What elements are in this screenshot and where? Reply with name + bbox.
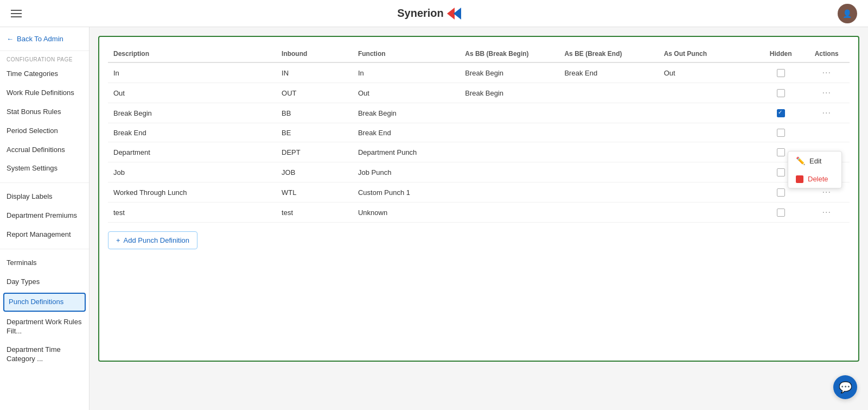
cell-function: Department Punch (353, 142, 459, 162)
cell-description: Worked Through Lunch (108, 182, 276, 203)
cell-actions[interactable]: ··· (803, 62, 850, 83)
table-header-row: Description Inbound Function As BB (Brea… (108, 46, 850, 62)
col-header-asbe: As BE (Break End) (559, 46, 658, 62)
sidebar-item-system-settings[interactable]: System Settings (0, 159, 89, 178)
hamburger-button[interactable] (11, 10, 22, 17)
cell-asbe (559, 182, 658, 203)
hidden-checkbox[interactable] (777, 148, 785, 156)
sidebar-item-day-types[interactable]: Day Types (0, 273, 89, 292)
cell-actions[interactable] (803, 123, 850, 142)
cell-inbound: JOB (276, 162, 353, 182)
cell-inbound: WTL (276, 182, 353, 203)
sidebar-item-department-time-category[interactable]: Department Time Category ... (0, 340, 89, 369)
cell-asbb (459, 203, 559, 223)
cell-asbb (459, 123, 559, 142)
cell-hidden[interactable] (758, 123, 804, 142)
cell-description: test (108, 203, 276, 223)
cell-asout (659, 83, 758, 103)
hidden-checkbox[interactable] (777, 109, 785, 117)
sidebar-item-time-categories[interactable]: Time Categories (0, 65, 89, 84)
cell-inbound: IN (276, 62, 353, 83)
table-row: OutOUTOutBreak Begin··· (108, 83, 850, 103)
top-nav: Synerion 👤 (0, 0, 868, 27)
hidden-checkbox[interactable] (777, 129, 785, 137)
cell-inbound: DEPT (276, 142, 353, 162)
cell-function: Break Begin (353, 103, 459, 123)
cell-asbb (459, 103, 559, 123)
cell-description: In (108, 62, 276, 83)
context-menu-delete[interactable]: Delete (788, 170, 841, 188)
cell-asbe (559, 123, 658, 142)
cell-function: Break End (353, 123, 459, 142)
table-row: testtestUnknown··· (108, 203, 850, 223)
sidebar-item-department-work-rules[interactable]: Department Work Rules Filt... (0, 313, 89, 341)
delete-icon (796, 175, 803, 183)
context-menu: ✏️ Edit Delete (788, 151, 842, 188)
back-label: Back To Admin (17, 35, 63, 43)
sidebar-item-terminals[interactable]: Terminals (0, 254, 89, 273)
cell-function: In (353, 62, 459, 83)
hidden-checkbox[interactable] (777, 168, 785, 176)
three-dots-button[interactable]: ··· (822, 88, 831, 97)
brand-arrow-right (454, 8, 461, 20)
cell-actions[interactable]: ··· (803, 83, 850, 103)
chat-icon: 💬 (839, 381, 852, 394)
cell-function: Unknown (353, 203, 459, 223)
table-row: Break BeginBBBreak Begin··· (108, 103, 850, 123)
brand-logo: Synerion (397, 7, 462, 20)
cell-function: Out (353, 83, 459, 103)
cell-inbound: OUT (276, 83, 353, 103)
cell-description: Out (108, 83, 276, 103)
three-dots-button[interactable]: ··· (822, 68, 831, 77)
three-dots-button[interactable]: ··· (822, 207, 831, 217)
col-header-description: Description (108, 46, 276, 62)
add-button-label: Add Punch Definition (124, 236, 189, 244)
main-content: Description Inbound Function As BB (Brea… (90, 27, 868, 410)
cell-hidden[interactable] (758, 62, 804, 83)
cell-asbb: Break Begin (459, 62, 559, 83)
hidden-checkbox[interactable] (777, 89, 785, 97)
three-dots-button[interactable]: ··· (822, 108, 831, 117)
cell-inbound: BB (276, 103, 353, 123)
col-header-actions: Actions (803, 46, 850, 62)
add-punch-definition-button[interactable]: + Add Punch Definition (108, 231, 197, 249)
user-avatar[interactable]: 👤 (838, 4, 857, 23)
chat-button[interactable]: 💬 (833, 375, 857, 399)
cell-function: Job Punch (353, 162, 459, 182)
context-menu-edit[interactable]: ✏️ Edit (788, 152, 841, 170)
cell-hidden[interactable] (758, 103, 804, 123)
cell-actions[interactable]: ··· (803, 103, 850, 123)
hidden-checkbox[interactable] (777, 69, 785, 77)
back-arrow-icon: ← (7, 35, 14, 43)
sidebar-item-report-management[interactable]: Report Management (0, 225, 89, 244)
cell-asout (659, 203, 758, 223)
back-to-admin-link[interactable]: ← Back To Admin (0, 27, 89, 51)
table-row: DepartmentDEPTDepartment Punch··· (108, 142, 850, 162)
sidebar-item-period-selection[interactable]: Period Selection (0, 122, 89, 141)
col-header-asbb: As BB (Break Begin) (459, 46, 559, 62)
cell-hidden[interactable] (758, 83, 804, 103)
cell-asbe (559, 142, 658, 162)
cell-asbb: Break Begin (459, 83, 559, 103)
cell-actions[interactable]: ··· (803, 203, 850, 223)
sidebar-item-work-rule-definitions[interactable]: Work Rule Definitions (0, 84, 89, 103)
brand-name: Synerion (397, 7, 444, 20)
sidebar-item-department-premiums[interactable]: Department Premiums (0, 206, 89, 225)
content-box: Description Inbound Function As BB (Brea… (98, 36, 859, 362)
sidebar-item-accrual-definitions[interactable]: Accrual Definitions (0, 141, 89, 160)
hidden-checkbox[interactable] (777, 188, 785, 197)
col-header-inbound: Inbound (276, 46, 353, 62)
cell-asbe (559, 103, 658, 123)
cell-hidden[interactable] (758, 203, 804, 223)
three-dots-button[interactable]: ··· (822, 187, 831, 197)
table-row: Worked Through LunchWTLCustom Punch 1··· (108, 182, 850, 203)
sidebar: ← Back To Admin CONFIGURATION PAGE Time … (0, 27, 90, 410)
sidebar-item-punch-definitions[interactable]: Punch Definitions (3, 293, 86, 312)
layout: ← Back To Admin CONFIGURATION PAGE Time … (0, 27, 868, 410)
sidebar-item-display-labels[interactable]: Display Labels (0, 187, 89, 206)
cell-description: Break Begin (108, 103, 276, 123)
col-header-function: Function (353, 46, 459, 62)
hidden-checkbox[interactable] (777, 209, 785, 217)
cell-description: Break End (108, 123, 276, 142)
sidebar-item-stat-bonus-rules[interactable]: Stat Bonus Rules (0, 103, 89, 122)
